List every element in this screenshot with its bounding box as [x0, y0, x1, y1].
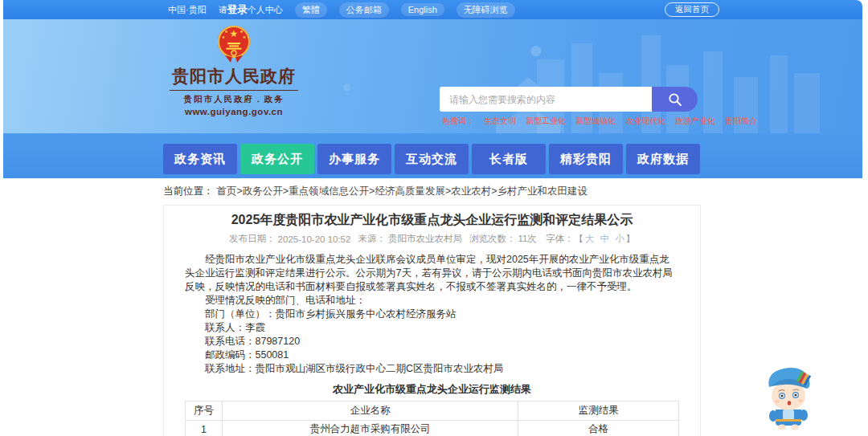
table-caption: 农业产业化市级重点龙头企业运行监测结果 [185, 382, 679, 396]
region-label: 中国·贵阳 [168, 4, 207, 16]
cell-company: 贵州合力超市采购有限公司 [223, 421, 518, 436]
source: 贵阳市农业农村局 [388, 233, 462, 245]
font-size-bracket-open: 【 [574, 233, 583, 245]
hot-search-words: 生态文明新型工业化新型城镇化农业现代化旅游产业化贵阳简介 [484, 116, 757, 127]
article-title: 2025年度贵阳市农业产业化市级重点龙头企业运行监测和评定结果公示 [206, 212, 658, 228]
site-wrapper: 中国·贵阳 请登录个人中心 繁體公务邮箱English无障碍浏览 返回首页 [3, 0, 862, 436]
svg-text:★: ★ [224, 29, 228, 34]
hot-search-word[interactable]: 农业现代化 [625, 116, 665, 127]
nav-tab[interactable]: 互动交流 [395, 144, 469, 174]
article-meta: 发布日期：2025-10-20 10:52 来源：贵阳市农业农村局 浏览次数：1… [185, 233, 679, 245]
breadcrumb-label: 当前位置： [163, 185, 214, 198]
font-size-option[interactable]: 大 [585, 233, 595, 245]
cell-result: 合格 [518, 421, 679, 436]
svg-text:★: ★ [222, 35, 226, 39]
source-label: 来源： [358, 233, 386, 245]
svg-text:★: ★ [230, 28, 239, 39]
guiyang-mascot-icon[interactable] [760, 363, 817, 430]
article-paragraph: 经贵阳市农业产业化市级重点龙头企业联席会议成员单位审定，现对2025年开展的农业… [185, 253, 679, 294]
table-body: 1 贵州合力超市采购有限公司 合格 2 贵州友禾种业有限公司 合格 [186, 421, 679, 436]
topbar-link[interactable]: 公务邮箱 [339, 2, 389, 18]
article-paragraph: 受理情况反映的部门、电话和地址： [185, 294, 679, 308]
back-home-button[interactable]: 返回首页 [665, 2, 719, 17]
font-size-bracket-close: 】 [625, 233, 635, 245]
font-size-label: 字体： [546, 233, 574, 245]
site-url: www.guiyang.gov.cn [169, 107, 299, 116]
hot-search-word[interactable]: 新型工业化 [526, 116, 566, 127]
hot-search-word[interactable]: 贵阳简介 [725, 116, 757, 127]
table-header-row: 序号企业名称监测结果 [186, 401, 679, 421]
nav-tab[interactable]: 政府数据 [626, 144, 700, 174]
top-utility-bar: 中国·贵阳 请登录个人中心 繁體公务邮箱English无障碍浏览 返回首页 [3, 0, 862, 19]
publish-date-label: 发布日期： [229, 233, 276, 245]
svg-text:★: ★ [243, 35, 247, 39]
site-logo-block[interactable]: ★ ★ ★ ★ ★ 贵阳市人民政府 贵阳市人民政府．政务 www.guiyang… [169, 24, 299, 116]
china-national-emblem-icon: ★ ★ ★ ★ ★ [215, 24, 252, 64]
font-size-option[interactable]: 小 [615, 233, 624, 245]
contact-line: 邮政编码：550081 [185, 348, 679, 362]
browser-page: 中国·贵阳 请登录个人中心 繁體公务邮箱English无障碍浏览 返回首页 [0, 0, 868, 436]
topbar-link[interactable]: 无障碍浏览 [457, 2, 515, 18]
nav-tab[interactable]: 精彩贵阳 [549, 144, 623, 174]
topbar-link[interactable]: English [401, 3, 444, 16]
contact-line: 联系人：李霞 [185, 321, 679, 335]
nav-tab[interactable]: 办事服务 [317, 144, 391, 174]
views: 11次 [518, 233, 536, 245]
hot-search-word[interactable]: 旅游产业化 [675, 116, 715, 127]
table-row: 1 贵州合力超市采购有限公司 合格 [186, 421, 679, 436]
publish-date: 2025-10-20 10:52 [278, 234, 351, 244]
table-header-cell: 序号 [186, 401, 223, 421]
topbar-link[interactable]: 繁體 [295, 2, 327, 18]
nav-tab[interactable]: 政务公开 [240, 144, 314, 174]
hot-search-label: 热搜词： [442, 116, 474, 127]
topbar-pill-links: 繁體公务邮箱English无障碍浏览 [295, 2, 515, 18]
hot-search-word[interactable]: 生态文明 [484, 116, 516, 127]
login-bold: 登录 [227, 4, 248, 15]
table-header-cell: 企业名称 [223, 401, 518, 421]
magnifier-icon [668, 92, 682, 107]
site-title: 贵阳市人民政府 [169, 65, 299, 88]
search-button[interactable] [652, 87, 698, 112]
article-card: 2025年度贵阳市农业产业化市级重点龙头企业运行监测和评定结果公示 发布日期：2… [163, 205, 701, 436]
article-body: 经贵阳市农业产业化市级重点龙头企业联席会议成员单位审定，现对2025年开展的农业… [185, 253, 679, 376]
main-navigation: 政务资讯 政务公开 办事服务 互动交流 长者版 精彩贵阳 政府数据 [3, 133, 862, 178]
table-header-cell: 监测结果 [518, 401, 679, 421]
contact-lines: 部门（单位）：贵阳市乡村振兴服务中心农村经济服务站联系人：李霞联系电话：8798… [185, 308, 679, 376]
font-size-option[interactable]: 中 [600, 233, 609, 245]
search-bar [440, 87, 698, 112]
contact-line: 联系电话：87987120 [185, 335, 679, 348]
monitoring-result-table: 序号企业名称监测结果 1 贵州合力超市采购有限公司 合格 2 [185, 401, 679, 436]
site-header: ★ ★ ★ ★ ★ 贵阳市人民政府 贵阳市人民政府．政务 www.guiyang… [3, 19, 862, 133]
content-area: 2025年度贵阳市农业产业化市级重点龙头企业运行监测和评定结果公示 发布日期：2… [3, 205, 862, 436]
contact-line: 联系地址：贵阳市观山湖区市级行政中心二期C区贵阳市农业农村局 [185, 362, 679, 376]
search-input[interactable] [440, 87, 652, 112]
hot-search-row: 热搜词： 生态文明新型工业化新型城镇化农业现代化旅游产业化贵阳简介 [442, 116, 757, 127]
svg-text:★: ★ [240, 29, 244, 34]
site-tagline: 贵阳市人民政府．政务 [170, 90, 298, 105]
nav-tab[interactable]: 政务资讯 [163, 144, 237, 174]
breadcrumb: 当前位置： 首页>政务公开>重点领域信息公开>经济高质量发展>农业农村>乡村产业… [3, 178, 862, 205]
font-size-controls: 大中小 [585, 233, 624, 245]
breadcrumb-path[interactable]: 首页>政务公开>重点领域信息公开>经济高质量发展>农业农村>乡村产业和农田建设 [217, 185, 588, 198]
views-label: 浏览次数： [469, 233, 516, 245]
hot-search-word[interactable]: 新型城镇化 [575, 116, 616, 127]
topbar-links: 中国·贵阳 请登录个人中心 繁體公务邮箱English无障碍浏览 [168, 2, 515, 18]
cell-index: 1 [186, 421, 223, 436]
nav-tab[interactable]: 长者版 [472, 144, 546, 174]
login-link[interactable]: 请登录个人中心 [219, 3, 283, 17]
contact-line: 部门（单位）：贵阳市乡村振兴服务中心农村经济服务站 [185, 308, 679, 321]
